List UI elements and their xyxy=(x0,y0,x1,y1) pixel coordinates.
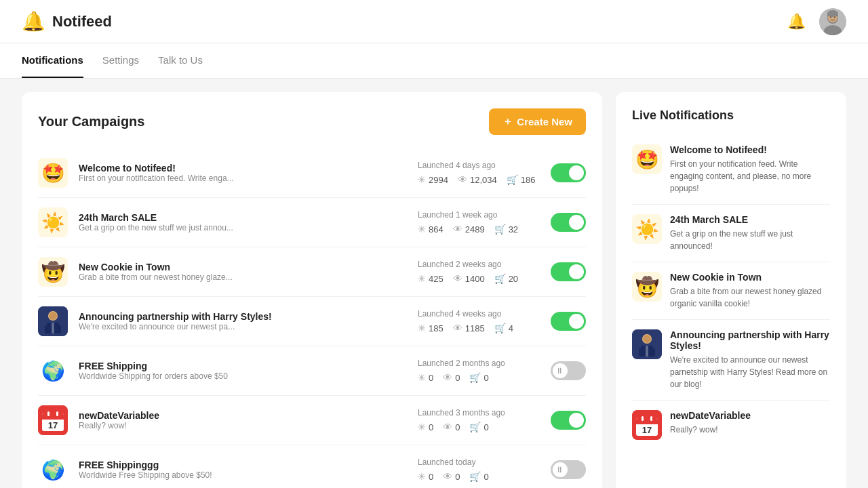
svg-rect-28 xyxy=(650,348,655,357)
nav-item-settings[interactable]: Settings xyxy=(102,43,139,78)
campaign-desc: Worldwide Free Shipping above $50! xyxy=(79,470,407,480)
campaign-icon: ☀️ xyxy=(632,214,662,244)
campaign-metrics: ✳ 425 👁 1400 🛒 20 xyxy=(418,273,540,284)
live-name: New Cookie in Town xyxy=(670,272,830,283)
campaign-launched: Launched 2 months ago xyxy=(418,359,540,368)
cart-icon: 🛒 xyxy=(469,471,481,482)
campaign-metrics: ✳ 0 👁 0 🛒 0 xyxy=(418,471,540,482)
campaign-desc: Grab a bite from our newest honey glaze.… xyxy=(79,272,407,282)
clicks-value: 185 xyxy=(429,323,443,333)
campaign-stats: Launched today ✳ 0 👁 0 🛒 0 xyxy=(418,458,540,482)
campaign-toggle[interactable]: ✓ ⏸ xyxy=(551,163,586,182)
cart-icon: 🛒 xyxy=(494,224,506,235)
table-row: Announcing partnership with Harry Styles… xyxy=(38,297,586,346)
cart-value: 4 xyxy=(509,323,513,333)
campaign-icon xyxy=(38,306,68,336)
cart-metric: 🛒 20 xyxy=(494,273,518,284)
bell-icon[interactable]: 🔔 xyxy=(787,13,806,30)
clicks-metric: ✳ 0 xyxy=(418,422,433,432)
views-metric: 👁 12,034 xyxy=(458,174,497,185)
avatar[interactable] xyxy=(819,8,846,35)
campaign-info: 24th March SALE Get a grip on the new st… xyxy=(79,212,407,232)
nav-item-notifications[interactable]: Notifications xyxy=(22,43,83,78)
svg-rect-20 xyxy=(47,411,50,416)
eye-icon: 👁 xyxy=(453,323,462,333)
sun-icon: ✳ xyxy=(418,273,426,284)
table-row: ☀️ 24th March SALE Get a grip on the new… xyxy=(38,198,586,247)
campaign-desc: Really? wow! xyxy=(79,421,407,430)
table-row: 🌍 FREE Shipping Worldwide Shipping for o… xyxy=(38,346,586,396)
campaign-info: Welcome to Notifeed! First on your notif… xyxy=(79,163,407,183)
clicks-value: 0 xyxy=(429,422,433,432)
campaign-metrics: ✳ 2994 👁 12,034 🛒 186 xyxy=(418,174,540,185)
views-value: 0 xyxy=(455,422,460,432)
cart-icon: 🛒 xyxy=(469,372,481,383)
live-name: newDateVariablee xyxy=(670,410,751,421)
campaigns-header: Your Campaigns ＋ Create New xyxy=(38,108,586,135)
create-new-button[interactable]: ＋ Create New xyxy=(489,108,586,135)
campaign-icon: 🌍 xyxy=(38,455,68,485)
campaign-icon: 17 xyxy=(38,405,68,435)
svg-text:17: 17 xyxy=(48,420,58,430)
cart-icon: 🛒 xyxy=(494,323,506,333)
live-info: Welcome to Notifeed! First on your notif… xyxy=(670,144,830,195)
campaign-name: FREE Shippinggg xyxy=(79,460,407,470)
campaign-stats: Launched 4 days ago ✳ 2994 👁 12,034 🛒 18… xyxy=(418,161,540,185)
campaign-stats: Launched 3 months ago ✳ 0 👁 0 🛒 0 xyxy=(418,408,540,432)
nav-item-talk[interactable]: Talk to Us xyxy=(158,43,203,78)
list-item: 🤩 Welcome to Notifeed! First on your not… xyxy=(632,135,830,205)
campaign-desc: Get a grip on the new stuff we just anno… xyxy=(79,223,407,232)
views-value: 0 xyxy=(455,373,460,383)
cart-value: 186 xyxy=(521,175,536,185)
svg-rect-7 xyxy=(827,14,838,16)
campaign-toggle[interactable]: ✓ ⏸ xyxy=(551,213,586,232)
plus-icon: ＋ xyxy=(502,115,513,128)
sun-icon: ✳ xyxy=(418,422,426,432)
views-value: 2489 xyxy=(465,224,485,235)
eye-icon: 👁 xyxy=(453,273,462,284)
live-name: Announcing partnership with Harry Styles… xyxy=(670,329,830,351)
eye-icon: 👁 xyxy=(443,372,452,383)
campaign-icon: 🌍 xyxy=(38,356,68,386)
cart-metric: 🛒 32 xyxy=(494,224,518,235)
cart-value: 32 xyxy=(509,224,518,235)
clicks-value: 0 xyxy=(429,472,433,482)
views-metric: 👁 0 xyxy=(443,471,460,482)
svg-text:17: 17 xyxy=(642,425,652,435)
list-item: ☀️ 24th March SALE Get a grip on the new… xyxy=(632,205,830,262)
clicks-metric: ✳ 0 xyxy=(418,372,433,383)
logo-icon: 🔔 xyxy=(22,10,45,33)
svg-rect-27 xyxy=(639,348,644,357)
cart-icon: 🛒 xyxy=(494,273,506,284)
campaign-toggle[interactable]: ✓ ⏸ xyxy=(551,312,586,331)
campaign-name: 24th March SALE xyxy=(79,212,407,223)
table-row: 🤩 Welcome to Notifeed! First on your not… xyxy=(38,148,586,198)
svg-rect-21 xyxy=(56,411,58,416)
table-row: 🌍 FREE Shippinggg Worldwide Free Shippin… xyxy=(38,445,586,488)
campaign-toggle[interactable]: ✓ ⏸ xyxy=(551,262,586,281)
views-metric: 👁 1185 xyxy=(453,323,485,333)
views-metric: 👁 0 xyxy=(443,422,460,432)
views-metric: 👁 1400 xyxy=(453,273,485,284)
cart-icon: 🛒 xyxy=(507,174,518,185)
campaign-toggle[interactable]: ✓ ⏸ xyxy=(551,411,586,430)
campaign-toggle[interactable]: ✓ ⏸ xyxy=(551,361,586,380)
live-info: newDateVariablee Really? wow! xyxy=(670,410,751,440)
campaign-icon: 🤩 xyxy=(632,144,662,174)
main-content: Your Campaigns ＋ Create New 🤩 Welcome to… xyxy=(0,79,868,488)
header-right: 🔔 xyxy=(787,8,846,35)
campaigns-panel: Your Campaigns ＋ Create New 🤩 Welcome to… xyxy=(22,92,602,488)
campaigns-list: 🤩 Welcome to Notifeed! First on your not… xyxy=(38,148,586,488)
campaign-launched: Launched 3 months ago xyxy=(418,408,540,418)
campaign-metrics: ✳ 0 👁 0 🛒 0 xyxy=(418,422,540,432)
campaign-info: newDateVariablee Really? wow! xyxy=(79,410,407,430)
cart-value: 0 xyxy=(484,373,488,383)
clicks-metric: ✳ 2994 xyxy=(418,174,448,185)
campaign-toggle[interactable]: ✓ ⏸ xyxy=(551,460,586,479)
clicks-metric: ✳ 864 xyxy=(418,224,443,235)
campaign-name: Announcing partnership with Harry Styles… xyxy=(79,311,407,322)
sun-icon: ✳ xyxy=(418,323,426,333)
campaigns-title: Your Campaigns xyxy=(38,114,144,129)
svg-rect-35 xyxy=(650,416,652,421)
live-notifications-title: Live Notifications xyxy=(632,108,830,123)
